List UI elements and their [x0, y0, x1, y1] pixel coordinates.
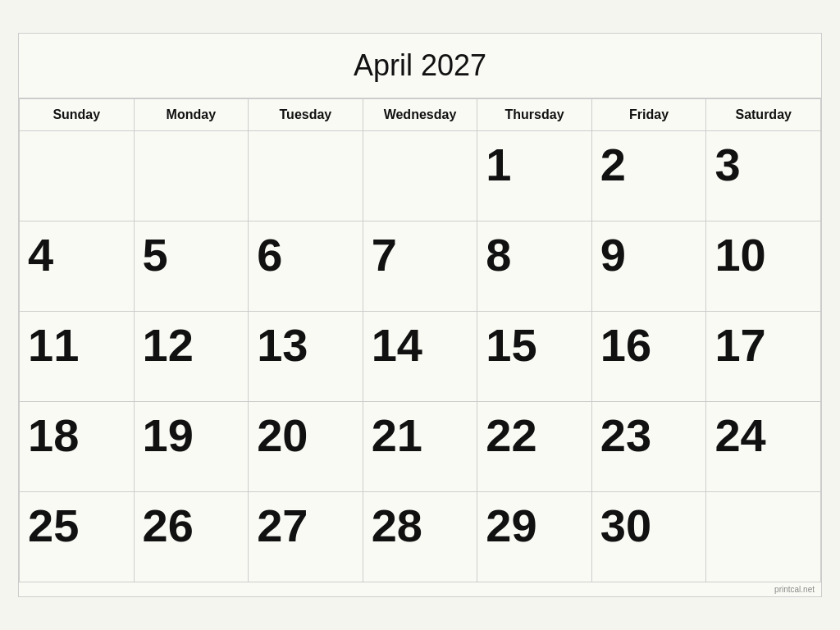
- day-header-monday: Monday: [134, 99, 249, 131]
- calendar-cell: 19: [134, 402, 249, 492]
- day-header-thursday: Thursday: [477, 99, 592, 131]
- calendar-cell: 16: [591, 312, 706, 402]
- calendar-cell: [363, 131, 477, 221]
- calendar-cell: [249, 131, 363, 221]
- week-row-5: 252627282930: [20, 492, 821, 582]
- calendar-table: Sunday Monday Tuesday Wednesday Thursday…: [19, 98, 821, 582]
- day-header-tuesday: Tuesday: [249, 99, 363, 131]
- calendar-cell: 2: [591, 131, 706, 221]
- calendar-container: April 2027 Sunday Monday Tuesday Wednesd…: [18, 33, 822, 597]
- calendar-cell: 13: [249, 312, 363, 402]
- calendar-cell: 11: [20, 312, 135, 402]
- calendar-cell: 1: [477, 131, 592, 221]
- calendar-cell: 18: [20, 402, 135, 492]
- calendar-cell: 22: [477, 402, 592, 492]
- day-header-wednesday: Wednesday: [363, 99, 477, 131]
- week-row-4: 18192021222324: [20, 402, 821, 492]
- week-row-3: 11121314151617: [20, 312, 821, 402]
- calendar-cell: 12: [134, 312, 249, 402]
- calendar-body: 1234567891011121314151617181920212223242…: [20, 131, 821, 582]
- calendar-cell: 29: [477, 492, 592, 582]
- calendar-cell: 24: [706, 402, 821, 492]
- day-header-friday: Friday: [591, 99, 706, 131]
- calendar-cell: 15: [477, 312, 592, 402]
- calendar-cell: 6: [249, 221, 363, 312]
- calendar-cell: 3: [706, 131, 821, 221]
- week-row-2: 45678910: [20, 221, 821, 312]
- calendar-cell: 14: [363, 312, 477, 402]
- calendar-cell: 7: [363, 221, 477, 312]
- calendar-cell: 10: [706, 221, 821, 312]
- days-of-week-row: Sunday Monday Tuesday Wednesday Thursday…: [20, 99, 821, 131]
- calendar-cell: 27: [249, 492, 363, 582]
- day-header-saturday: Saturday: [706, 99, 821, 131]
- calendar-cell: 20: [249, 402, 363, 492]
- calendar-cell: 4: [20, 221, 135, 312]
- calendar-cell: 26: [134, 492, 249, 582]
- week-row-1: 123: [20, 131, 821, 221]
- calendar-cell: [20, 131, 135, 221]
- day-header-sunday: Sunday: [20, 99, 135, 131]
- calendar-cell: 5: [134, 221, 249, 312]
- calendar-cell: 23: [591, 402, 706, 492]
- calendar-cell: 17: [706, 312, 821, 402]
- calendar-cell: [706, 492, 821, 582]
- calendar-cell: 21: [363, 402, 477, 492]
- calendar-cell: [134, 131, 249, 221]
- calendar-cell: 28: [363, 492, 477, 582]
- calendar-cell: 30: [591, 492, 706, 582]
- calendar-cell: 9: [591, 221, 706, 312]
- watermark: printcal.net: [19, 582, 821, 596]
- calendar-cell: 8: [477, 221, 592, 312]
- calendar-title: April 2027: [19, 34, 821, 98]
- calendar-cell: 25: [20, 492, 135, 582]
